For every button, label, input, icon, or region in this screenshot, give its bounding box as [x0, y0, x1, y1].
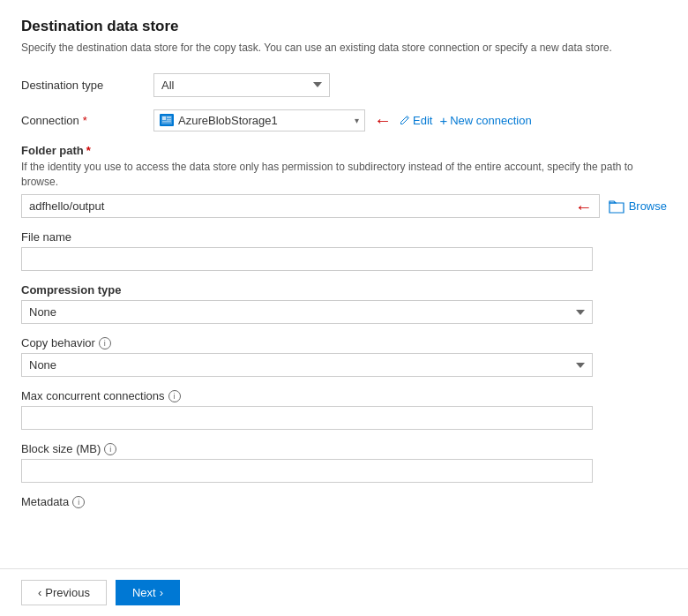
browse-folder-icon: [609, 199, 624, 214]
compression-type-select[interactable]: None: [21, 300, 593, 324]
prev-chevron-icon: ‹: [38, 586, 41, 599]
page-subtitle: Specify the destination data store for t…: [21, 41, 667, 56]
previous-label: Previous: [45, 586, 90, 599]
destination-type-row: Destination type All: [21, 73, 667, 97]
copy-behavior-select[interactable]: None: [21, 353, 593, 377]
destination-type-select[interactable]: All: [153, 73, 330, 97]
metadata-section: Metadata i: [21, 495, 667, 508]
copy-behavior-label: Copy behavior i: [21, 336, 667, 349]
previous-button[interactable]: ‹ Previous: [21, 580, 107, 605]
connection-row: Connection* AzureBlobStorage1: [21, 109, 667, 131]
browse-label: Browse: [629, 199, 667, 213]
footer-bar: ‹ Previous Next ›: [0, 568, 688, 616]
plus-icon: +: [439, 114, 447, 127]
block-size-label: Block size (MB) i: [21, 442, 667, 455]
connection-select-inner: AzureBlobStorage1: [154, 110, 364, 131]
connection-control-area: AzureBlobStorage1 ▾ ← Edit + New connect…: [153, 109, 667, 131]
connection-arrow-annotation: ←: [374, 110, 392, 131]
file-name-input[interactable]: [21, 247, 593, 271]
folder-required-star: *: [86, 144, 91, 157]
compression-type-label: Compression type: [21, 283, 667, 297]
file-name-section: File name: [21, 230, 667, 271]
folder-path-arrow-annotation: ←: [575, 196, 593, 216]
next-chevron-icon: ›: [160, 586, 163, 599]
azure-blob-icon: [160, 114, 174, 126]
folder-input-wrapper: ←: [21, 194, 600, 218]
copy-behavior-info-icon: i: [99, 337, 111, 349]
block-size-input[interactable]: [21, 459, 593, 483]
block-size-info-icon: i: [104, 443, 116, 455]
next-label: Next: [132, 586, 156, 599]
block-size-section: Block size (MB) i: [21, 442, 667, 483]
page-title: Destination data store: [21, 18, 667, 35]
max-concurrent-input[interactable]: [21, 406, 593, 430]
metadata-label: Metadata i: [21, 495, 667, 508]
connection-label: Connection*: [21, 114, 153, 127]
file-name-label: File name: [21, 230, 667, 244]
svg-rect-2: [162, 116, 166, 120]
svg-rect-4: [167, 119, 171, 121]
connection-chevron-icon: ▾: [355, 116, 359, 125]
connection-selected-value: AzureBlobStorage1: [178, 114, 278, 127]
max-concurrent-section: Max concurrent connections i: [21, 389, 667, 430]
max-concurrent-label: Max concurrent connections i: [21, 389, 667, 402]
svg-rect-5: [162, 121, 171, 123]
edit-pencil-icon: [399, 115, 410, 126]
folder-path-description: If the identity you use to access the da…: [21, 160, 667, 190]
next-button[interactable]: Next ›: [116, 580, 180, 605]
new-connection-link[interactable]: + New connection: [439, 114, 531, 127]
destination-type-label: Destination type: [21, 79, 153, 92]
connection-required-star: *: [83, 114, 87, 127]
edit-connection-link[interactable]: Edit: [399, 114, 432, 127]
max-concurrent-info-icon: i: [168, 390, 181, 402]
folder-path-label: Folder path*: [21, 144, 667, 157]
svg-rect-3: [167, 116, 171, 118]
compression-type-section: Compression type None: [21, 283, 667, 324]
destination-type-control: All: [153, 73, 667, 97]
copy-behavior-section: Copy behavior i None: [21, 336, 667, 377]
connection-dropdown-wrapper[interactable]: AzureBlobStorage1 ▾: [153, 109, 365, 131]
folder-path-section: Folder path* If the identity you use to …: [21, 144, 667, 219]
browse-button[interactable]: Browse: [609, 199, 667, 214]
folder-path-input[interactable]: [21, 194, 600, 218]
folder-input-row: ← Browse: [21, 194, 667, 218]
metadata-info-icon: i: [72, 496, 85, 508]
